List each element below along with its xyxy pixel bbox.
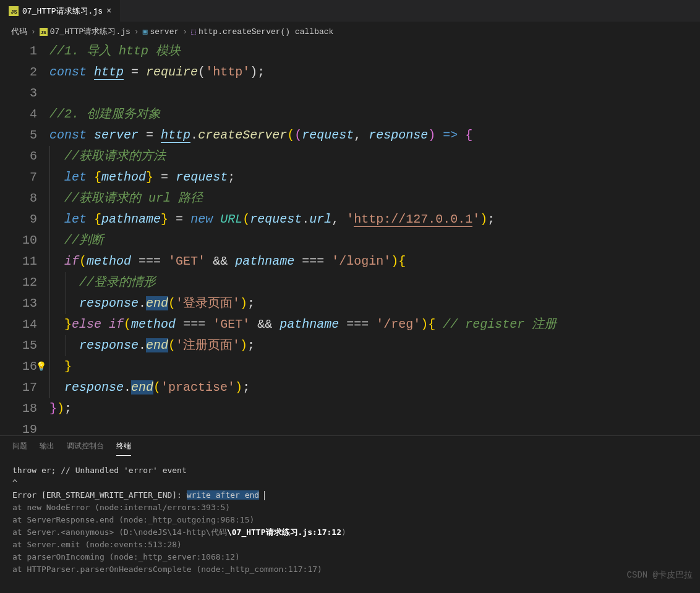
code-line[interactable]: response.end('practise');	[49, 377, 700, 398]
code-line[interactable]: const server = http.createServer((reques…	[49, 125, 700, 146]
code-line[interactable]	[49, 419, 700, 435]
code-line[interactable]: //获取请求的 url 路径	[49, 188, 700, 209]
terminal-line: ^	[12, 477, 688, 489]
chevron-right-icon: ›	[134, 27, 139, 36]
code-line[interactable]: let {pathname} = new URL(request.url, 'h…	[49, 209, 700, 230]
code-line[interactable]: //判断	[49, 230, 700, 251]
js-file-icon: JS	[40, 28, 48, 36]
chevron-right-icon: ›	[31, 27, 36, 36]
terminal-tab[interactable]: 输出	[40, 441, 54, 456]
terminal-line: at Server.<anonymous> (D:\nodeJS\14-http…	[12, 526, 688, 539]
terminal-line: throw er; // Unhandled 'error' event	[12, 464, 688, 477]
code-line[interactable]: //登录的情形	[49, 272, 700, 293]
variable-icon: ▣	[143, 27, 148, 36]
terminal-line: Error [ERR_STREAM_WRITE_AFTER_END]: writ…	[12, 489, 688, 501]
code-line[interactable]	[49, 83, 700, 104]
watermark: CSDN @卡皮巴拉	[627, 570, 693, 581]
code-line[interactable]: }else if(method === 'GET' && pathname ==…	[49, 314, 700, 335]
code-editor[interactable]: 12345678910111213141516171819 //1. 导入 ht…	[0, 41, 700, 435]
close-icon[interactable]: ×	[106, 6, 111, 16]
method-icon: ⬚	[191, 27, 196, 36]
terminal-line: at Server.emit (node:events:513:28)	[12, 539, 688, 551]
code-line[interactable]: });	[49, 398, 700, 419]
editor-tab[interactable]: JS 07_HTTP请求练习.js ×	[0, 0, 120, 22]
terminal-tab[interactable]: 调试控制台	[67, 441, 104, 456]
code-line[interactable]: 💡 }	[49, 356, 700, 377]
terminal-tabs: 问题输出调试控制台终端	[0, 436, 700, 456]
terminal-panel: 问题输出调试控制台终端 throw er; // Unhandled 'erro…	[0, 435, 700, 593]
terminal-tab[interactable]: 问题	[12, 441, 27, 456]
code-line[interactable]: //2. 创建服务对象	[49, 104, 700, 125]
terminal-line: at new NodeError (node:internal/errors:3…	[12, 501, 688, 514]
breadcrumb-item[interactable]: 代码	[11, 26, 27, 37]
code-content[interactable]: //1. 导入 http 模块const http = require('htt…	[49, 41, 700, 435]
lightbulb-icon[interactable]: 💡	[36, 356, 46, 377]
code-line[interactable]: let {method} = request;	[49, 167, 700, 188]
terminal-line: at ServerResponse.end (node:_http_outgoi…	[12, 514, 688, 526]
breadcrumb-item[interactable]: server	[150, 27, 179, 36]
terminal-output[interactable]: throw er; // Unhandled 'error' event ^ E…	[0, 456, 700, 593]
breadcrumb[interactable]: 代码 › JS 07_HTTP请求练习.js › ▣ server › ⬚ ht…	[0, 22, 700, 41]
code-line[interactable]: //1. 导入 http 模块	[49, 41, 700, 62]
tab-bar: JS 07_HTTP请求练习.js ×	[0, 0, 700, 22]
code-line[interactable]: response.end('登录页面');	[49, 293, 700, 314]
breadcrumb-item[interactable]: 07_HTTP请求练习.js	[50, 26, 130, 37]
code-line[interactable]: if(method === 'GET' && pathname === '/lo…	[49, 251, 700, 272]
tab-filename: 07_HTTP请求练习.js	[22, 6, 103, 17]
code-line[interactable]: //获取请求的方法	[49, 146, 700, 167]
code-line[interactable]: const http = require('http');	[49, 62, 700, 83]
code-line[interactable]: response.end('注册页面');	[49, 335, 700, 356]
terminal-tab[interactable]: 终端	[116, 441, 131, 456]
js-file-icon: JS	[9, 6, 19, 16]
terminal-cursor	[264, 491, 265, 500]
terminal-line: at HTTPParser.parserOnHeadersComplete (n…	[12, 563, 688, 576]
terminal-line: at parserOnIncoming (node:_http_server:1…	[12, 551, 688, 563]
chevron-right-icon: ›	[182, 27, 187, 36]
breadcrumb-item[interactable]: http.createServer() callback	[198, 27, 333, 36]
